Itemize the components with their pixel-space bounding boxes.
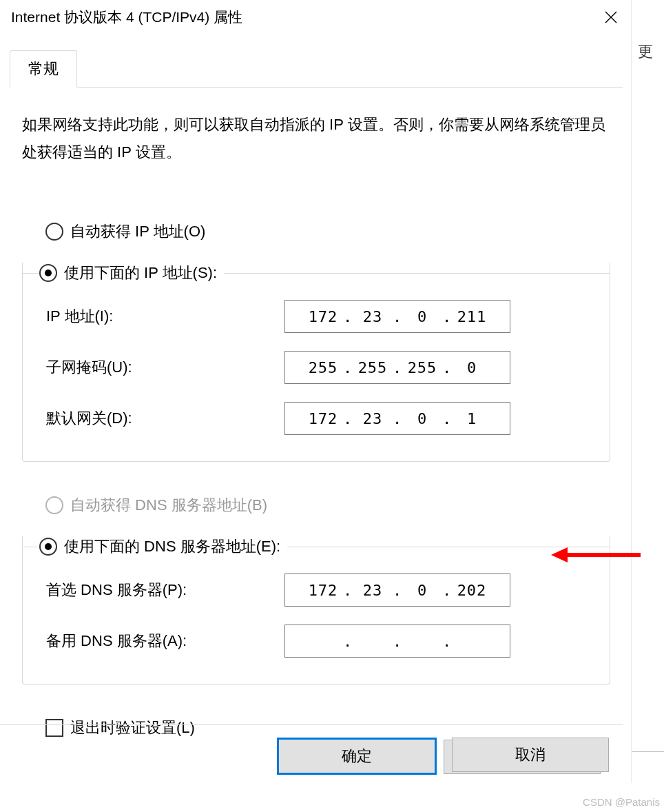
dialog-footer: 确定 取消	[0, 724, 623, 775]
radio-label: 自动获得 IP 地址(O)	[70, 221, 205, 242]
radio-icon	[39, 538, 57, 556]
radio-manual-ip[interactable]: 使用下面的 IP 地址(S):	[39, 263, 224, 283]
radio-icon	[45, 496, 63, 514]
radio-icon	[39, 264, 57, 282]
dialog-window: Internet 协议版本 4 (TCP/IPv4) 属性 常规 如果网络支持此…	[1, 0, 632, 783]
input-subnet-mask[interactable]: 255. 255. 255. 0	[284, 351, 510, 384]
background-text: 更	[638, 41, 653, 62]
radio-manual-dns[interactable]: 使用下面的 DNS 服务器地址(E):	[39, 536, 287, 557]
title-bar: Internet 协议版本 4 (TCP/IPv4) 属性	[1, 0, 631, 34]
label-preferred-dns: 首选 DNS 服务器(P):	[46, 580, 284, 600]
radio-icon	[45, 223, 63, 241]
description-text: 如果网络支持此功能，则可以获取自动指派的 IP 设置。否则，你需要从网络系统管理…	[22, 111, 610, 166]
label-ip-address: IP 地址(I):	[46, 306, 284, 327]
input-alternate-dns[interactable]: . . .	[284, 625, 510, 658]
watermark-credit: CSDN @Patanis	[583, 796, 660, 808]
cancel-button[interactable]: 取消	[452, 738, 609, 772]
radio-auto-ip[interactable]: 自动获得 IP 地址(O)	[45, 221, 610, 242]
background-divider	[632, 751, 664, 762]
window-title: Internet 协议版本 4 (TCP/IPv4) 属性	[11, 8, 595, 27]
tab-general[interactable]: 常规	[10, 50, 77, 88]
ok-button[interactable]: 确定	[277, 738, 437, 775]
ip-fieldset: 使用下面的 IP 地址(S): IP 地址(I): 172. 23. 0. 21…	[22, 263, 610, 462]
input-ip-address[interactable]: 172. 23. 0. 211	[284, 300, 510, 333]
input-preferred-dns[interactable]: 172. 23. 0. 202	[284, 574, 510, 607]
label-default-gateway: 默认网关(D):	[46, 408, 284, 429]
close-icon[interactable]	[595, 1, 627, 33]
radio-auto-dns: 自动获得 DNS 服务器地址(B)	[45, 495, 610, 516]
radio-label: 使用下面的 DNS 服务器地址(E):	[64, 536, 280, 557]
tab-bar: 常规	[10, 51, 623, 88]
label-alternate-dns: 备用 DNS 服务器(A):	[46, 631, 284, 651]
radio-label: 使用下面的 IP 地址(S):	[64, 263, 217, 283]
input-default-gateway[interactable]: 172. 23. 0. 1	[284, 402, 510, 435]
label-subnet-mask: 子网掩码(U):	[46, 357, 284, 378]
dns-fieldset: 使用下面的 DNS 服务器地址(E): 首选 DNS 服务器(P): 172. …	[22, 536, 610, 684]
radio-label: 自动获得 DNS 服务器地址(B)	[70, 495, 267, 516]
